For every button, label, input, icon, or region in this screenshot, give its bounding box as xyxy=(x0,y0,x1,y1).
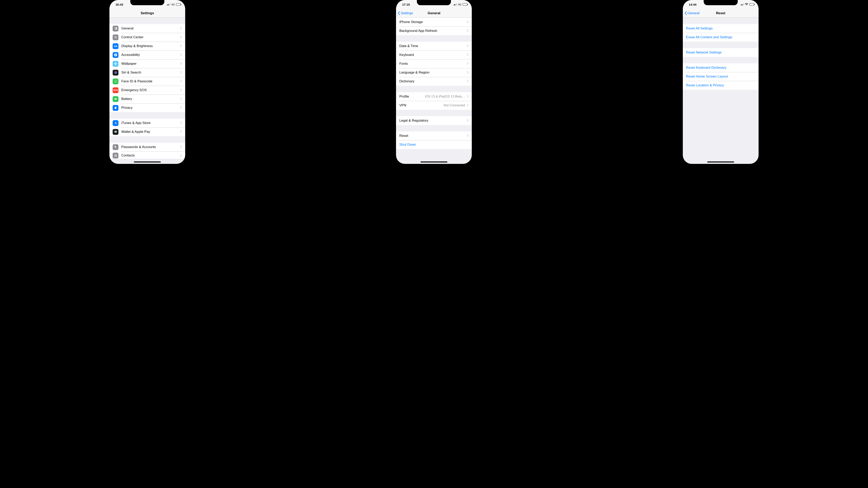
status-time: 14:44 xyxy=(689,3,696,6)
row-label: Erase All Content and Settings xyxy=(686,35,755,39)
row-label: Siri & Search xyxy=(121,70,178,74)
row-emergency-sos[interactable]: SOSEmergency SOS xyxy=(110,86,185,95)
row-reset-all-settings[interactable]: Reset All Settings xyxy=(683,24,758,33)
row-label: Control Center xyxy=(121,35,178,39)
hand-icon xyxy=(113,105,119,111)
row-wallpaper[interactable]: Wallpaper xyxy=(110,59,185,68)
svg-point-12 xyxy=(115,81,116,82)
row-label: Privacy xyxy=(121,106,178,110)
row-label: iPhone Storage xyxy=(399,20,465,24)
settings-group: Reset Network Settings xyxy=(683,48,758,57)
chevron-right-icon xyxy=(180,106,182,109)
row-label: iTunes & App Store xyxy=(121,121,178,125)
row-keyboard[interactable]: Keyboard xyxy=(396,51,472,59)
row-accessibility[interactable]: Accessibility xyxy=(110,51,185,59)
row-legal-regulatory[interactable]: Legal & Regulatory xyxy=(396,116,472,125)
row-label: Wallet & Apple Pay xyxy=(121,130,178,134)
row-battery[interactable]: Battery xyxy=(110,95,185,103)
row-reset-network-settings[interactable]: Reset Network Settings xyxy=(683,48,758,57)
chevron-right-icon xyxy=(180,130,182,134)
nav-back-button[interactable]: General xyxy=(683,11,700,15)
wallet-icon xyxy=(113,129,119,135)
chevron-right-icon xyxy=(467,62,469,66)
row-control-center[interactable]: Control Center xyxy=(110,33,185,42)
siri-icon xyxy=(113,70,119,75)
row-date-time[interactable]: Date & Time xyxy=(396,42,472,51)
row-wallet-apple-pay[interactable]: Wallet & Apple Pay xyxy=(110,127,185,136)
settings-group: Legal & Regulatory xyxy=(396,116,472,125)
row-reset[interactable]: Reset xyxy=(396,131,472,140)
battery-icon xyxy=(749,3,754,6)
row-erase-all-content-and-settings[interactable]: Erase All Content and Settings xyxy=(683,33,758,42)
section-gap xyxy=(110,136,185,143)
screen-general: 17:15 3G Settings General iPhone Storage… xyxy=(396,0,472,164)
chevron-right-icon xyxy=(467,20,469,24)
settings-group: iTunes & App StoreWallet & Apple Pay xyxy=(110,119,185,136)
chevron-right-icon xyxy=(180,27,182,30)
row-label: Language & Region xyxy=(399,70,465,74)
row-contacts[interactable]: Contacts xyxy=(110,152,185,159)
row-reset-location-privacy[interactable]: Reset Location & Privacy xyxy=(683,81,758,90)
row-general[interactable]: General xyxy=(110,24,185,33)
chevron-right-icon xyxy=(467,79,469,83)
row-iphone-storage[interactable]: iPhone Storage xyxy=(396,18,472,27)
content-area[interactable]: Reset All SettingsErase All Content and … xyxy=(683,18,758,164)
settings-group: Reset Keyboard DictionaryReset Home Scre… xyxy=(683,63,758,90)
network-label: 3G xyxy=(458,3,461,6)
sos-icon: SOS xyxy=(113,87,119,93)
svg-rect-18 xyxy=(115,132,117,132)
row-profile[interactable]: ProfileiOS 13 & iPadOS 13 Beta Software … xyxy=(396,92,472,101)
flower-icon xyxy=(113,61,119,67)
screen-settings: 16:43 3G Settings GeneralControl CenterA… xyxy=(110,0,185,164)
nav-back-label: Settings xyxy=(401,11,413,15)
row-face-id-passcode[interactable]: Face ID & Passcode xyxy=(110,77,185,86)
row-itunes-app-store[interactable]: iTunes & App Store xyxy=(110,119,185,127)
nav-back-button[interactable]: Settings xyxy=(396,11,413,15)
wifi-icon xyxy=(745,3,748,6)
row-display-brightness[interactable]: AADisplay & Brightness xyxy=(110,42,185,51)
svg-point-10 xyxy=(116,63,117,64)
network-label: 3G xyxy=(172,3,175,6)
settings-group: ProfileiOS 13 & iPadOS 13 Beta Software … xyxy=(396,92,472,110)
accessibility-icon xyxy=(113,52,119,58)
section-gap xyxy=(683,57,758,63)
row-background-app-refresh[interactable]: Background App Refresh xyxy=(396,27,472,35)
notch xyxy=(130,0,164,5)
row-label: Accessibility xyxy=(121,53,178,57)
row-siri-search[interactable]: Siri & Search xyxy=(110,68,185,77)
row-language-region[interactable]: Language & Region xyxy=(396,68,472,77)
nav-title: Settings xyxy=(110,11,185,15)
sliders-icon xyxy=(113,34,119,40)
row-privacy[interactable]: Privacy xyxy=(110,103,185,112)
row-vpn[interactable]: VPNNot Connected xyxy=(396,101,472,110)
section-gap xyxy=(396,35,472,42)
row-fonts[interactable]: Fonts xyxy=(396,59,472,68)
settings-group: Passwords & AccountsContacts xyxy=(110,143,185,159)
svg-point-9 xyxy=(114,63,115,64)
section-gap xyxy=(683,42,758,48)
chevron-right-icon xyxy=(467,119,469,122)
row-reset-keyboard-dictionary[interactable]: Reset Keyboard Dictionary xyxy=(683,63,758,72)
content-area[interactable]: iPhone StorageBackground App RefreshDate… xyxy=(396,18,472,164)
row-label: Reset Keyboard Dictionary xyxy=(686,66,755,70)
row-reset-home-screen-layout[interactable]: Reset Home Screen Layout xyxy=(683,72,758,81)
row-label: Legal & Regulatory xyxy=(399,119,465,123)
chevron-right-icon xyxy=(180,35,182,39)
row-label: Emergency SOS xyxy=(121,88,178,92)
home-indicator[interactable] xyxy=(707,161,734,162)
content-area[interactable]: GeneralControl CenterAADisplay & Brightn… xyxy=(110,18,185,164)
row-passwords-accounts[interactable]: Passwords & Accounts xyxy=(110,143,185,152)
row-label: Reset xyxy=(399,134,465,138)
home-indicator[interactable] xyxy=(421,161,447,162)
row-label: Reset Home Screen Layout xyxy=(686,74,755,78)
svg-point-8 xyxy=(115,64,116,65)
row-dictionary[interactable]: Dictionary xyxy=(396,77,472,86)
nav-bar: General Reset xyxy=(683,9,758,18)
appstore-icon xyxy=(113,120,119,126)
home-indicator[interactable] xyxy=(134,161,161,162)
nav-back-label: General xyxy=(687,11,700,15)
row-shut-down[interactable]: Shut Down xyxy=(396,140,472,149)
nav-bar: Settings xyxy=(110,9,185,18)
settings-group: GeneralControl CenterAADisplay & Brightn… xyxy=(110,24,185,112)
chevron-right-icon xyxy=(467,29,469,33)
